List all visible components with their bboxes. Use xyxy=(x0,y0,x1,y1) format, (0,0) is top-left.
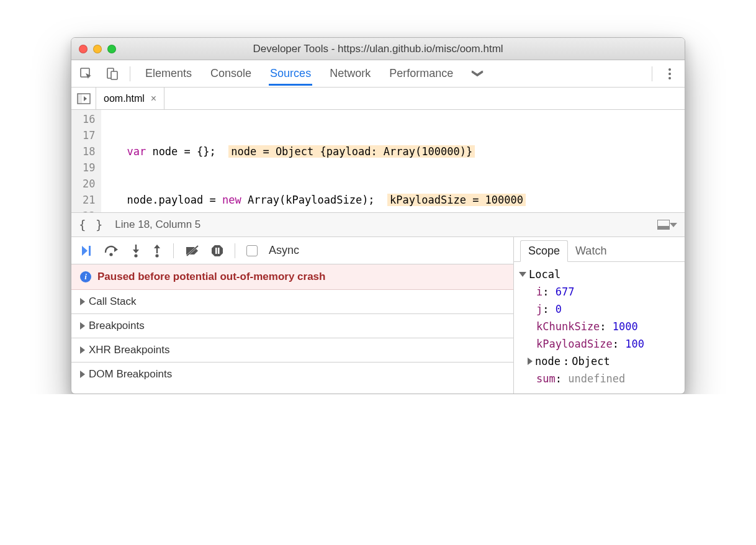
svg-rect-2 xyxy=(111,71,117,79)
scope-variable[interactable]: j: 0 xyxy=(519,300,680,318)
tab-scope[interactable]: Scope xyxy=(520,240,568,262)
inline-value-hint: node = Object {payload: Array(100000)} xyxy=(228,145,475,158)
line-number: 20 xyxy=(83,176,95,192)
scope-body: Local i: 677 j: 0 kChunkSize: 1000 kPayl… xyxy=(514,262,685,394)
chevron-down-icon xyxy=(519,272,526,277)
tab-sources[interactable]: Sources xyxy=(269,61,312,86)
tab-network[interactable]: Network xyxy=(328,61,372,86)
svg-point-3 xyxy=(668,68,671,71)
file-tab[interactable]: oom.html × xyxy=(96,88,164,109)
svg-point-11 xyxy=(134,254,137,257)
separator xyxy=(652,66,652,81)
panel-tabs: Elements Console Sources Network Perform… xyxy=(144,61,454,86)
scope-variable[interactable]: sum: undefined xyxy=(519,370,680,387)
pause-on-exceptions-button[interactable] xyxy=(211,245,223,257)
scope-local-header[interactable]: Local xyxy=(519,266,680,283)
tab-performance[interactable]: Performance xyxy=(388,61,454,86)
code-line: var node = {}; node = Object {payload: A… xyxy=(101,143,685,160)
separator xyxy=(235,243,235,258)
window-title: Developer Tools - https://ulan.github.io… xyxy=(71,43,685,55)
line-number: 21 xyxy=(83,192,95,208)
separator xyxy=(130,66,130,81)
section-dom-breakpoints[interactable]: DOM Breakpoints xyxy=(71,363,513,386)
section-label: Call Stack xyxy=(89,295,137,308)
scope-tabstrip: Scope Watch xyxy=(514,237,685,262)
show-navigator-icon[interactable] xyxy=(71,88,96,109)
close-window-button[interactable] xyxy=(79,45,88,53)
section-call-stack[interactable]: Call Stack xyxy=(71,290,513,314)
scope-variable[interactable]: node: Object xyxy=(519,353,680,370)
line-number: 16 xyxy=(83,111,95,127)
section-label: DOM Breakpoints xyxy=(89,368,172,381)
step-out-button[interactable] xyxy=(152,244,162,258)
debugger-left: Async i Paused before potential out-of-m… xyxy=(71,237,514,394)
scope-pane: Scope Watch Local i: 677 j: 0 kChunkSize… xyxy=(514,237,685,394)
more-tabs-button[interactable] xyxy=(470,71,484,77)
traffic-lights xyxy=(79,45,116,53)
chevron-right-icon xyxy=(80,298,85,305)
svg-rect-7 xyxy=(78,94,82,104)
svg-rect-16 xyxy=(215,248,217,254)
line-number: 22 xyxy=(83,208,95,212)
line-number: 19 xyxy=(83,160,95,176)
async-checkbox[interactable] xyxy=(246,245,258,256)
file-tab-row: oom.html × xyxy=(71,88,685,110)
toggle-drawer-icon[interactable] xyxy=(657,220,670,230)
chevron-right-icon xyxy=(528,358,533,365)
deactivate-breakpoints-button[interactable] xyxy=(185,245,200,257)
zoom-window-button[interactable] xyxy=(107,45,116,53)
file-tab-label: oom.html xyxy=(104,93,145,104)
kebab-menu-icon[interactable] xyxy=(661,65,678,83)
inline-value-hint: kPayloadSize = 100000 xyxy=(387,194,526,206)
scope-local-label: Local xyxy=(529,266,560,283)
debug-toolbar: Async xyxy=(71,237,513,264)
code-lines: var node = {}; node = Object {payload: A… xyxy=(101,110,685,212)
svg-point-9 xyxy=(109,253,112,256)
svg-rect-8 xyxy=(89,246,91,256)
main-tabstrip: Elements Console Sources Network Perform… xyxy=(71,60,685,88)
cursor-position: Line 18, Column 5 xyxy=(115,218,200,231)
info-icon: i xyxy=(80,271,91,282)
devtools-window: Developer Tools - https://ulan.github.io… xyxy=(71,37,685,394)
scope-variable[interactable]: kChunkSize: 1000 xyxy=(519,318,680,335)
async-label: Async xyxy=(269,244,299,257)
minimize-window-button[interactable] xyxy=(93,45,102,53)
chevron-right-icon xyxy=(80,371,85,378)
svg-rect-17 xyxy=(218,248,220,254)
svg-point-4 xyxy=(668,73,671,75)
inspect-element-icon[interactable] xyxy=(78,65,95,83)
pause-banner: i Paused before potential out-of-memory … xyxy=(71,264,513,290)
pause-message: Paused before potential out-of-memory cr… xyxy=(97,271,325,283)
line-number: 18 xyxy=(83,143,95,160)
close-tab-icon[interactable]: × xyxy=(151,93,156,104)
pretty-print-button[interactable]: { } xyxy=(79,218,104,232)
svg-point-5 xyxy=(668,77,671,79)
scope-variable[interactable]: i: 677 xyxy=(519,283,680,300)
tab-elements[interactable]: Elements xyxy=(144,61,193,86)
code-editor[interactable]: 16 17 18 19 20 21 22 var node = {}; node… xyxy=(71,110,685,212)
code-line: node.payload = new Array(kPayloadSize); … xyxy=(101,192,685,208)
tab-console[interactable]: Console xyxy=(209,61,253,86)
resume-button[interactable] xyxy=(80,245,92,257)
drawer-menu-icon[interactable] xyxy=(670,223,677,227)
device-toolbar-icon[interactable] xyxy=(104,65,121,83)
window-titlebar: Developer Tools - https://ulan.github.io… xyxy=(71,38,685,60)
section-breakpoints[interactable]: Breakpoints xyxy=(71,314,513,338)
line-gutter: 16 17 18 19 20 21 22 xyxy=(71,110,101,212)
line-number: 17 xyxy=(83,127,95,143)
chevron-right-icon xyxy=(80,322,85,330)
section-label: XHR Breakpoints xyxy=(89,344,169,356)
svg-point-13 xyxy=(155,254,158,257)
chevron-right-icon xyxy=(80,346,85,354)
section-xhr-breakpoints[interactable]: XHR Breakpoints xyxy=(71,338,513,363)
tab-watch[interactable]: Watch xyxy=(568,241,614,261)
scope-variable[interactable]: kPayloadSize: 100 xyxy=(519,335,680,353)
section-label: Breakpoints xyxy=(89,320,145,332)
debugger-pane: Async i Paused before potential out-of-m… xyxy=(71,237,685,394)
step-over-button[interactable] xyxy=(104,245,120,257)
editor-statusbar: { } Line 18, Column 5 xyxy=(71,212,685,237)
separator xyxy=(173,243,174,258)
step-into-button[interactable] xyxy=(131,244,141,258)
